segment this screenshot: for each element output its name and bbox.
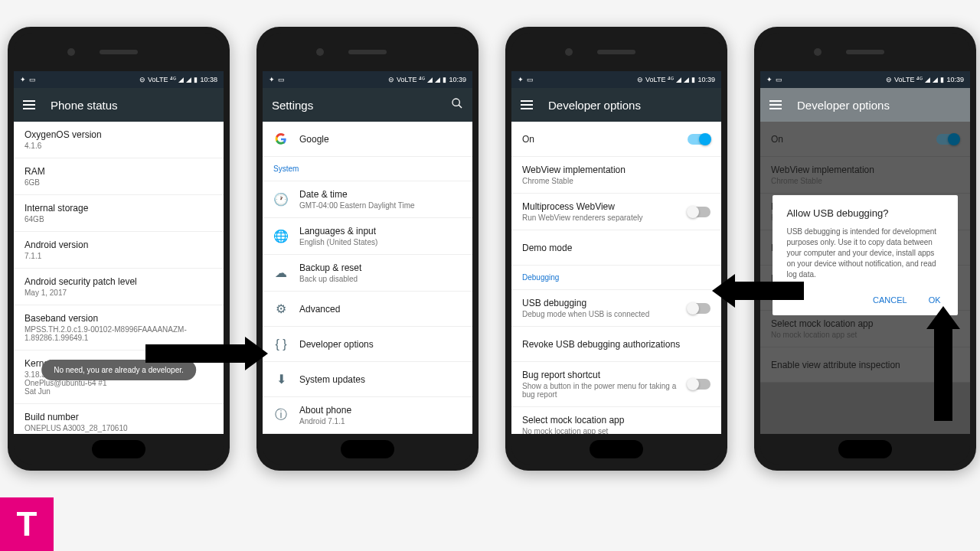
app-bar: Developer options: [511, 88, 721, 122]
search-icon[interactable]: [451, 97, 463, 112]
menu-icon[interactable]: [521, 100, 533, 109]
list-item[interactable]: ☁Backup & resetBack up disabled: [263, 255, 472, 292]
status-bar: ✦▭ ⊖VoLTE⁴ᴳ◢◢▮10:39: [760, 71, 970, 88]
list-item[interactable]: Build numberONEPLUS A3003_28_170610: [14, 404, 224, 434]
list-item[interactable]: ⓘAbout phoneAndroid 7.1.1: [263, 397, 472, 434]
switch[interactable]: [688, 134, 710, 145]
home-button[interactable]: [590, 440, 643, 458]
home-button[interactable]: [92, 440, 145, 458]
cancel-button[interactable]: CANCEL: [870, 291, 910, 309]
info-icon: ⓘ: [273, 408, 289, 423]
list-item-developer[interactable]: { }Developer options: [263, 327, 472, 362]
list-item[interactable]: RAM6GB: [14, 158, 224, 195]
switch[interactable]: [688, 379, 710, 390]
list-item[interactable]: OxygenOS version4.1.6: [14, 122, 224, 158]
svg-point-0: [452, 99, 459, 106]
update-icon: ⬇: [273, 372, 289, 387]
list-item[interactable]: ⬇System updates: [263, 362, 472, 397]
logo: T: [0, 497, 54, 551]
backup-icon: ☁: [273, 266, 289, 281]
list-item-google[interactable]: Google: [263, 122, 472, 157]
page-title: Developer options: [797, 99, 890, 112]
section-header: Debugging: [511, 266, 721, 290]
list-item[interactable]: Bug report shortcutShow a button in the …: [511, 362, 721, 407]
list-item[interactable]: Multiprocess WebViewRun WebView renderer…: [511, 194, 721, 230]
clock-icon: 🕐: [273, 192, 289, 207]
list-item-usb-debugging[interactable]: USB debuggingDebug mode when USB is conn…: [511, 290, 721, 327]
list-item[interactable]: 🕐Date & timeGMT-04:00 Eastern Daylight T…: [263, 181, 472, 218]
list-item[interactable]: Demo mode: [511, 230, 721, 266]
app-bar: Settings: [263, 88, 472, 122]
page-title: Developer options: [548, 99, 641, 112]
status-bar: ✦▭ ⊖VoLTE⁴ᴳ◢◢▮10:39: [511, 71, 721, 88]
gear-icon: ⚙: [273, 302, 289, 317]
list-item[interactable]: ⚙Advanced: [263, 292, 472, 327]
dialog-body: USB debugging is intended for developmen…: [786, 227, 943, 280]
switch[interactable]: [688, 207, 710, 217]
dialog-title: Allow USB debugging?: [786, 207, 943, 219]
list-item[interactable]: Android security patch levelMay 1, 2017: [14, 269, 224, 305]
code-icon: { }: [273, 337, 289, 352]
toast: No need, you are already a developer.: [41, 360, 196, 380]
list-item[interactable]: Internal storage64GB: [14, 195, 224, 232]
toggle-on[interactable]: On: [511, 122, 721, 157]
status-bar: ✦▭ ⊖VoLTE⁴ᴳ◢◢▮10:39: [263, 71, 472, 88]
home-button[interactable]: [341, 440, 394, 458]
app-bar: Developer options: [760, 88, 970, 122]
app-bar: Phone status: [14, 88, 224, 122]
switch[interactable]: [688, 303, 710, 314]
menu-icon: [769, 100, 782, 109]
list-item[interactable]: 🌐Languages & inputEnglish (United States…: [263, 218, 472, 255]
list-item[interactable]: Android version7.1.1: [14, 232, 224, 269]
section-header: System: [263, 157, 472, 181]
google-icon: [273, 132, 289, 147]
list-item[interactable]: WebView implementationChrome Stable: [511, 157, 721, 194]
globe-icon: 🌐: [273, 229, 289, 244]
menu-icon[interactable]: [23, 100, 35, 109]
list-item[interactable]: Select mock location appNo mock location…: [511, 407, 721, 434]
page-title: Settings: [272, 99, 313, 112]
home-button[interactable]: [838, 440, 892, 458]
list-item[interactable]: Revoke USB debugging authorizations: [511, 327, 721, 362]
status-bar: ✦▭ ⊖VoLTE⁴ᴳ◢◢▮10:38: [14, 71, 224, 88]
svg-line-1: [459, 105, 462, 108]
page-title: Phone status: [51, 99, 118, 112]
